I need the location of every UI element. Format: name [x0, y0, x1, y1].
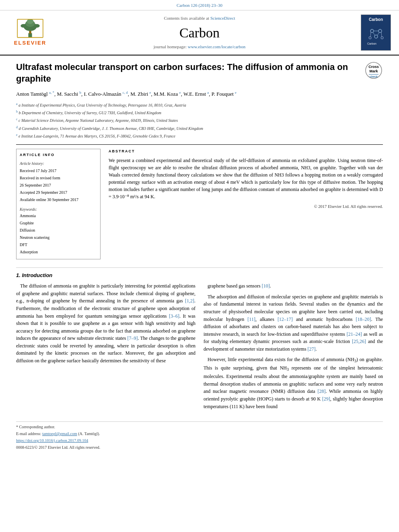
affiliation-e: e e Institut Laue-Langevin, 71 Avenue de…: [16, 133, 383, 140]
article-info-header: ARTICLE INFO: [20, 152, 97, 158]
keyword-3: Diffusion: [20, 227, 97, 234]
received-date: Received 17 July 2017: [20, 167, 97, 175]
abstract-section: ABSTRACT We present a combined experimen…: [109, 149, 383, 210]
intro-col2-para3: However, little experimental data exists…: [204, 356, 383, 410]
doi-link[interactable]: https://doi.org/10.1016/j.carbon.2017.09…: [16, 438, 88, 443]
affiliation-c: c c Material Science Division, Argonne N…: [16, 117, 383, 124]
ref-21-24-link[interactable]: [21–24]: [347, 331, 362, 337]
ref-10-link[interactable]: [10]: [262, 283, 270, 289]
svg-text:check: check: [370, 75, 378, 78]
history-label: Article history:: [20, 160, 97, 167]
received-revised-date: 26 September 2017: [20, 182, 97, 189]
page: Carbon 126 (2018) 23–30: [0, 0, 399, 532]
affiliation-a: a a Institute of Experimental Physics, G…: [16, 102, 383, 109]
issn-line: 0008-6223/© 2017 Elsevier Ltd. All right…: [16, 445, 383, 450]
article-footer: * Corresponding author. E-mail address: …: [16, 421, 383, 450]
ref-12-17-link[interactable]: [12–17]: [278, 316, 293, 322]
introduction-body: The diffusion of ammonia on graphite is …: [16, 282, 383, 413]
ref-29-link[interactable]: [29]: [322, 396, 330, 402]
received-revised-label: Received in revised form: [20, 175, 97, 182]
intro-para-1: The diffusion of ammonia on graphite is …: [16, 282, 195, 365]
ref-25-26-link[interactable]: [25,26]: [352, 339, 366, 344]
svg-text:Carbon: Carbon: [367, 42, 376, 45]
affiliations-section: a a Institute of Experimental Physics, G…: [16, 102, 383, 145]
homepage-url[interactable]: www.elsevier.com/locate/carbon: [188, 44, 245, 49]
journal-issue: Carbon 126 (2018) 23–30: [177, 3, 222, 8]
elsevier-logo-area: ELSEVIER: [8, 18, 52, 47]
available-date: Available online 30 September 2017: [20, 196, 97, 203]
accepted-date: Accepted 29 September 2017: [20, 189, 97, 196]
top-bar: Carbon 126 (2018) 23–30: [0, 0, 399, 10]
ref-3-6-link[interactable]: [3–6]: [169, 313, 179, 319]
intro-col2-para1: graphene based gas sensors [10].: [204, 282, 383, 290]
abstract-header: ABSTRACT: [109, 149, 383, 154]
introduction-section: 1. Introduction The diffusion of ammonia…: [16, 267, 383, 413]
intro-label: Introduction: [22, 272, 52, 278]
email-author-note: (A. Tamtögl).: [78, 431, 100, 436]
affiliation-a-text: a Institute of Experimental Physics, Gra…: [19, 103, 186, 107]
main-content: Ultrafast molecular transport on carbon …: [0, 55, 399, 460]
affiliation-e-text: e Institut Laue-Langevin, 71 Avenue des …: [19, 134, 175, 138]
contents-available-line: Contents lists available at ScienceDirec…: [60, 15, 339, 21]
elsevier-tree-icon: [14, 18, 46, 39]
authors-text: Anton Tamtögl a, *, M. Sacchi b, I. Calv…: [16, 91, 237, 97]
journal-header: ELSEVIER Contents lists available at Sci…: [0, 10, 399, 55]
keyword-2: Graphite: [20, 220, 97, 227]
contents-text: Contents lists available at: [164, 16, 210, 21]
article-title: Ultrafast molecular transport on carbon …: [16, 62, 383, 84]
ref-7-9-link[interactable]: [7–9]: [128, 335, 138, 341]
keywords-list: Ammonia Graphite Diffusion Neutron scatt…: [20, 212, 97, 256]
affiliation-d: d d Cavendish Laboratory, University of …: [16, 125, 383, 132]
intro-col-right: graphene based gas sensors [10]. The ads…: [204, 282, 383, 413]
ref-11-link[interactable]: [11]: [247, 316, 255, 322]
ref-27-link[interactable]: [27]: [308, 346, 316, 352]
abstract-column: ABSTRACT We present a combined experimen…: [109, 149, 383, 259]
svg-text:Mark: Mark: [369, 69, 378, 73]
authors-line: Anton Tamtögl a, *, M. Sacchi b, I. Calv…: [16, 90, 383, 99]
homepage-label: journal homepage:: [154, 44, 188, 49]
article-info-column: ARTICLE INFO Article history: Received 1…: [16, 149, 101, 259]
abstract-text: We present a combined experimental and t…: [109, 157, 383, 200]
svg-text:Cross: Cross: [368, 65, 379, 69]
corresponding-author-note: * Corresponding author.: [16, 424, 383, 430]
ref-28-link[interactable]: [28]: [317, 388, 325, 394]
intro-col2-para2: The adsorption and diffusion of molecula…: [204, 293, 383, 353]
copyright-line: © 2017 Elsevier Ltd. All rights reserved…: [109, 203, 383, 210]
crossmark-icon: Cross Mark check: [365, 62, 383, 80]
journal-info-center: Contents lists available at ScienceDirec…: [52, 15, 347, 50]
keywords-label: Keywords:: [20, 207, 97, 212]
introduction-title: 1. Introduction: [16, 272, 383, 279]
email-label: E-mail address:: [16, 431, 42, 436]
email-note: E-mail address: tamtoegl@gmail.com (A. T…: [16, 431, 383, 437]
elsevier-brand-text: ELSEVIER: [14, 39, 46, 47]
based-text: based: [226, 283, 237, 289]
info-abstract-section: ARTICLE INFO Article history: Received 1…: [16, 149, 383, 259]
affiliation-b-text: b Department of Chemistry, University of…: [19, 111, 162, 115]
cover-graphic-icon: Carbon: [364, 24, 388, 46]
journal-homepage-line: journal homepage: www.elsevier.com/locat…: [60, 44, 339, 50]
affiliation-b: b b Department of Chemistry, University …: [16, 109, 383, 116]
article-title-text: Ultrafast molecular transport on carbon …: [16, 62, 348, 84]
article-info-box: ARTICLE INFO Article history: Received 1…: [16, 149, 101, 259]
keyword-6: Adsorption: [20, 249, 97, 256]
ref-1-2-link[interactable]: [1,2]: [185, 298, 194, 304]
keywords-section: Keywords: Ammonia Graphite Diffusion Neu…: [20, 207, 97, 256]
intro-number: 1.: [16, 272, 21, 278]
journal-cover-area: Carbon Carbon: [347, 14, 391, 51]
svg-point-6: [34, 24, 40, 28]
article-dates: Article history: Received 17 July 2017 R…: [20, 160, 97, 203]
affiliation-d-text: d Cavendish Laboratory, University of Ca…: [19, 126, 203, 131]
journal-cover-image: Carbon Carbon: [361, 14, 391, 51]
doi-line: https://doi.org/10.1016/j.carbon.2017.09…: [16, 438, 383, 444]
corresponding-label: * Corresponding author.: [16, 425, 55, 429]
cover-title-text: Carbon: [369, 17, 383, 23]
ref-18-20-link[interactable]: [18–20]: [356, 316, 371, 322]
svg-point-4: [27, 19, 33, 24]
email-link[interactable]: tamtoegl@gmail.com: [42, 431, 77, 436]
sciencedirect-link[interactable]: ScienceDirect: [210, 16, 235, 21]
svg-point-5: [21, 24, 27, 28]
issn-text: 0008-6223/© 2017 Elsevier Ltd. All right…: [16, 445, 100, 450]
affiliation-c-text: c Material Science Division, Argonne Nat…: [19, 119, 178, 123]
keyword-1: Ammonia: [20, 212, 97, 220]
intro-col-left: The diffusion of ammonia on graphite is …: [16, 282, 195, 413]
